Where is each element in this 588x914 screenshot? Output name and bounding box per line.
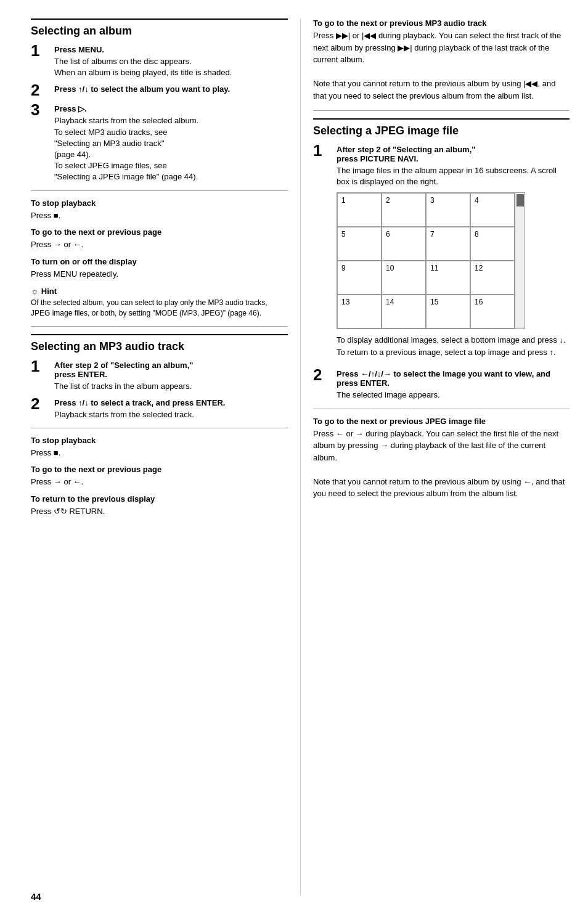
sub-display-body: Press MENU repeatedly. <box>31 268 288 280</box>
step-3-label: Press ▷. <box>54 104 288 113</box>
image-grid-container: 1 2 3 4 5 6 7 8 9 10 11 <box>337 192 570 329</box>
mp3-sub-stop-title: To stop playback <box>31 436 288 445</box>
step-2-label: Press ↑/↓ to select the album you want t… <box>54 84 288 94</box>
mp3-step-2-desc: Playback starts from the selected track. <box>54 409 288 420</box>
step-2-content: Press ↑/↓ to select the album you want t… <box>54 84 288 96</box>
cell-8: 8 <box>470 227 515 261</box>
mp3-step-1-content: After step 2 of "Selecting an album,"pre… <box>54 361 288 392</box>
hint-body: Of the selected album, you can select to… <box>31 298 288 319</box>
sub-stop-playback-title: To stop playback <box>31 198 288 208</box>
divider-3 <box>31 428 288 428</box>
sub-stop-playback-body: Press ■. <box>31 210 288 222</box>
cell-5: 5 <box>337 227 382 261</box>
hint-title: ☼ Hint <box>31 286 288 296</box>
jpeg-nav-title: To go to the next or previous JPEG image… <box>313 417 570 426</box>
jpeg-nav-body: Press ← or → during playback. You can se… <box>313 428 570 500</box>
cell-13: 13 <box>337 295 382 328</box>
mp3-step-2: 2 Press ↑/↓ to select a track, and press… <box>31 398 288 420</box>
jpeg-step-1-number: 1 <box>313 142 332 158</box>
cell-14: 14 <box>382 295 426 328</box>
page-number: 44 <box>31 891 41 902</box>
right-divider-1 <box>313 110 570 111</box>
step-3-number: 3 <box>31 102 49 118</box>
jpeg-step-1: 1 After step 2 of "Selecting an album,"p… <box>313 145 570 363</box>
jpeg-sub-nav: To go to the next or previous JPEG image… <box>313 417 570 500</box>
mp3-step-1: 1 After step 2 of "Selecting an album,"p… <box>31 361 288 392</box>
mp3-sub-page-body: Press → or ←. <box>31 476 288 488</box>
jpeg-step-1-after-grid: To display additional images, select a b… <box>337 334 570 358</box>
sub-display-title: To turn on or off the display <box>31 257 288 266</box>
divider-1 <box>31 190 288 191</box>
step-1-label: Press MENU. <box>54 45 288 54</box>
hint-box: ☼ Hint Of the selected album, you can se… <box>31 286 288 319</box>
step-3-content: Press ▷. Playback starts from the select… <box>54 104 288 182</box>
section-title-jpeg: Selecting a JPEG image file <box>313 118 570 137</box>
hint-label: Hint <box>41 287 57 296</box>
cell-7: 7 <box>426 227 470 261</box>
step-1-content: Press MENU. The list of albums on the di… <box>54 45 288 78</box>
cell-2: 2 <box>382 193 426 227</box>
mp3-step-1-desc: The list of tracks in the album appears. <box>54 381 288 392</box>
mp3-step-1-number: 1 <box>31 358 49 374</box>
mp3-sub-page-title: To go to the next or previous page <box>31 465 288 474</box>
cell-4: 4 <box>470 193 515 227</box>
scrollbar[interactable] <box>515 192 525 329</box>
section-selecting-album: Selecting an album 1 Press MENU. The lis… <box>31 18 288 319</box>
section-mp3: Selecting an MP3 audio track 1 After ste… <box>31 334 288 518</box>
cell-15: 15 <box>426 295 470 328</box>
cell-16: 16 <box>470 295 515 328</box>
mp3-sub-return-title: To return to the previous display <box>31 494 288 504</box>
mp3-step-1-label: After step 2 of "Selecting an album,"pre… <box>54 361 288 379</box>
right-column: To go to the next or previous MP3 audio … <box>300 18 570 896</box>
section-jpeg: Selecting a JPEG image file 1 After step… <box>313 118 570 500</box>
jpeg-step-2-desc: The selected image appears. <box>337 390 570 401</box>
cell-1: 1 <box>337 193 382 227</box>
step-1-desc: The list of albums on the disc appears.W… <box>54 56 288 78</box>
cell-6: 6 <box>382 227 426 261</box>
mp3-step-2-content: Press ↑/↓ to select a track, and press E… <box>54 398 288 420</box>
right-mp3-nav-title: To go to the next or previous MP3 audio … <box>313 18 570 28</box>
jpeg-step-1-content: After step 2 of "Selecting an album,"pre… <box>337 145 570 363</box>
sub-next-prev-page-title: To go to the next or previous page <box>31 227 288 237</box>
mp3-sub-return-body: Press ↺↻ RETURN. <box>31 505 288 518</box>
divider-2 <box>31 326 288 327</box>
step-2-number: 2 <box>31 82 49 98</box>
jpeg-step-2-label: Press ←/↑/↓/→ to select the image you wa… <box>337 369 570 388</box>
jpeg-step-2-number: 2 <box>313 367 332 383</box>
step-3-desc: Playback starts from the selected album.… <box>54 115 288 182</box>
image-grid: 1 2 3 4 5 6 7 8 9 10 11 <box>337 192 515 329</box>
cell-3: 3 <box>426 193 470 227</box>
step-1-number: 1 <box>31 43 49 59</box>
cell-9: 9 <box>337 261 382 295</box>
page-wrapper: Selecting an album 1 Press MENU. The lis… <box>0 0 588 914</box>
mp3-step-2-number: 2 <box>31 396 49 412</box>
mp3-step-2-label: Press ↑/↓ to select a track, and press E… <box>54 398 288 407</box>
step-2-album: 2 Press ↑/↓ to select the album you want… <box>31 84 288 98</box>
grid-rows: 1 2 3 4 5 6 7 8 9 10 11 <box>337 193 515 328</box>
step-3-album: 3 Press ▷. Playback starts from the sele… <box>31 104 288 182</box>
jpeg-step-2: 2 Press ←/↑/↓/→ to select the image you … <box>313 369 570 401</box>
section-title-mp3: Selecting an MP3 audio track <box>31 334 288 353</box>
cell-12: 12 <box>470 261 515 295</box>
jpeg-step-1-desc: The image files in the album appear in 1… <box>337 165 570 187</box>
right-mp3-nav-body: Press ▶▶| or |◀◀ during playback. You ca… <box>313 30 570 102</box>
sub-next-prev-page-body: Press → or ←. <box>31 239 288 251</box>
step-1-album: 1 Press MENU. The list of albums on the … <box>31 45 288 78</box>
right-top-section: To go to the next or previous MP3 audio … <box>313 18 570 102</box>
cell-11: 11 <box>426 261 470 295</box>
right-divider-2 <box>313 409 570 409</box>
jpeg-step-1-label: After step 2 of "Selecting an album,"pre… <box>337 145 570 163</box>
mp3-sub-stop-body: Press ■. <box>31 447 288 459</box>
cell-10: 10 <box>382 261 426 295</box>
left-column: Selecting an album 1 Press MENU. The lis… <box>31 18 300 896</box>
jpeg-step-2-content: Press ←/↑/↓/→ to select the image you wa… <box>337 369 570 401</box>
section-title-album: Selecting an album <box>31 18 288 38</box>
scrollbar-thumb[interactable] <box>517 194 524 206</box>
hint-icon: ☼ <box>31 286 39 296</box>
